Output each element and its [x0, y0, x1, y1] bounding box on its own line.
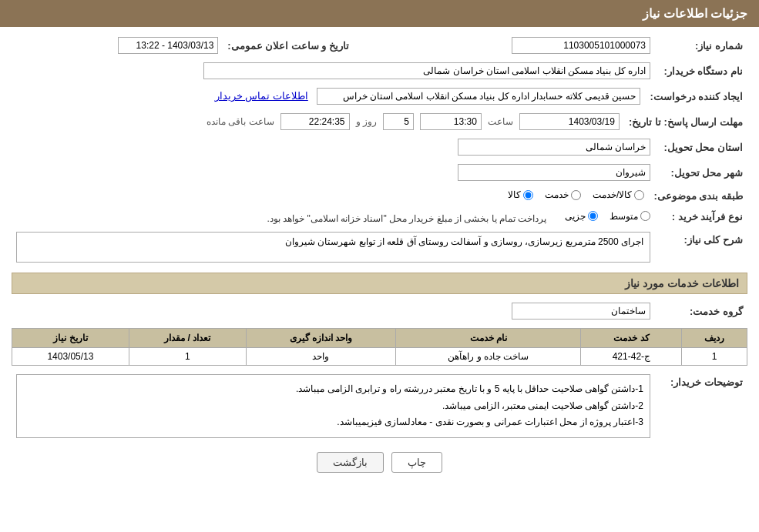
city-value [12, 162, 655, 183]
purchase-type-label-motavaset: متوسط [610, 211, 638, 222]
purchase-type-row: نوع فرآیند خرید : متوسط جزیی پرداخت تمام… [12, 209, 747, 226]
category-label: طبقه بندی موضوعی: [649, 187, 747, 205]
cell-unit: واحد [246, 348, 395, 366]
need-number-row: شماره نیاز: تاریخ و ساعت اعلان عمومی: [12, 35, 747, 56]
province-row: استان محل تحویل: [12, 136, 747, 158]
purchase-type-radio-motavaset[interactable] [640, 211, 650, 221]
col-service-code: کد خدمت [581, 329, 682, 348]
buttons-row: چاپ بازگشت [12, 452, 747, 473]
col-date: تاریخ نیاز [12, 329, 129, 348]
requester-row: ایجاد کننده درخواست: اطلاعات تماس خریدار [12, 85, 747, 107]
category-radio-khedmat[interactable] [571, 190, 581, 200]
buyer-org-label: نام دستگاه خریدار: [655, 60, 747, 82]
deadline-date-input[interactable] [519, 113, 620, 130]
service-group-row: گروه خدمت: [12, 300, 747, 322]
notes-box: 1-داشتن گواهی صلاحیت حداقل با پایه 5 و ب… [16, 374, 650, 438]
service-group-value [12, 300, 655, 322]
buyer-notes-label: توضیحات خریدار: [655, 372, 747, 440]
purchase-type-label-jozi: جزیی [565, 211, 586, 222]
cell-name: ساخت جاده و راهآهن [396, 348, 581, 366]
category-label-kala-khedmat: کالا/خدمت [593, 189, 632, 200]
deadline-time-input[interactable] [420, 113, 482, 130]
description-box: اجرای 2500 مترمربع زیرسازی، روسازی و آسف… [16, 232, 650, 263]
page-title: جزئیات اطلاعات نیاز [643, 7, 747, 20]
col-service-name: نام خدمت [396, 329, 581, 348]
city-row: شهر محل تحویل: [12, 162, 747, 183]
purchase-type-radio-jozi[interactable] [588, 211, 598, 221]
city-input[interactable] [458, 164, 650, 181]
cell-code: ج-42-421 [581, 348, 682, 366]
services-section-title: اطلاعات خدمات مورد نیاز [12, 273, 747, 294]
col-row-num: ردیف [682, 329, 747, 348]
need-number-label: شماره نیاز: [655, 35, 747, 56]
back-button[interactable]: بازگشت [317, 452, 384, 473]
buyer-org-value [12, 60, 655, 82]
col-unit: واحد اندازه گیری [246, 329, 395, 348]
category-options: کالا/خدمت خدمت کالا [12, 187, 649, 205]
requester-value: اطلاعات تماس خریدار [12, 85, 645, 107]
category-row: طبقه بندی موضوعی: کالا/خدمت خدمت [12, 187, 747, 205]
need-number-input[interactable] [512, 37, 650, 54]
deadline-label: مهلت ارسال پاسخ: تا تاریخ: [624, 111, 747, 132]
cell-date: 1403/05/13 [12, 348, 129, 366]
category-radio-kala-khedmat[interactable] [634, 190, 644, 200]
announcement-date-value [12, 35, 223, 56]
purchase-type-label: نوع فرآیند خرید : [655, 209, 747, 226]
buyer-notes-row: توضیحات خریدار: 1-داشتن گواهی صلاحیت حدا… [12, 372, 747, 440]
buyer-notes-value: 1-داشتن گواهی صلاحیت حداقل با پایه 5 و ب… [12, 372, 655, 440]
contact-link[interactable]: اطلاعات تماس خریدار [215, 90, 308, 102]
announcement-date-input[interactable] [118, 37, 218, 54]
cell-row: 1 [682, 348, 747, 366]
service-group-label: گروه خدمت: [655, 300, 747, 322]
days-label: روز و [356, 116, 377, 127]
service-group-input[interactable] [512, 303, 650, 320]
requester-label: ایجاد کننده درخواست: [645, 85, 747, 107]
deadline-days-input[interactable] [383, 113, 414, 130]
province-value [12, 136, 655, 158]
description-label: شرح کلی نیاز: [655, 229, 747, 265]
description-row: شرح کلی نیاز: اجرای 2500 مترمربع زیرسازی… [12, 229, 747, 265]
category-label-kala: کالا [508, 189, 521, 200]
services-table: ردیف کد خدمت نام خدمت واحد اندازه گیری ت… [12, 328, 747, 366]
announcement-date-label: تاریخ و ساعت اعلان عمومی: [223, 35, 354, 56]
page-header: جزئیات اطلاعات نیاز [0, 0, 759, 27]
main-content: شماره نیاز: تاریخ و ساعت اعلان عمومی: نا… [0, 27, 759, 492]
need-number-value [369, 35, 655, 56]
category-radio-kala[interactable] [523, 190, 533, 200]
col-quantity: تعداد / مقدار [129, 329, 246, 348]
deadline-row: مهلت ارسال پاسخ: تا تاریخ: ساعت روز و سا… [12, 111, 747, 132]
purchase-type-note: پرداخت تمام یا بخشی از مبلغ خریدار محل "… [267, 212, 547, 223]
deadline-remaining-input[interactable] [280, 113, 350, 130]
page-container: جزئیات اطلاعات نیاز شماره نیاز: تاریخ و … [0, 0, 759, 532]
cell-quantity: 1 [129, 348, 246, 366]
deadline-fields: ساعت روز و ساعت باقی مانده [12, 111, 624, 132]
category-label-khedmat: خدمت [545, 189, 569, 200]
province-label: استان محل تحویل: [655, 136, 747, 158]
remaining-label: ساعت باقی مانده [207, 116, 274, 127]
city-label: شهر محل تحویل: [655, 162, 747, 183]
table-row: 1ج-42-421ساخت جاده و راهآهنواحد11403/05/… [12, 348, 747, 366]
requester-input[interactable] [317, 88, 640, 105]
buyer-org-row: نام دستگاه خریدار: [12, 60, 747, 82]
province-input[interactable] [458, 139, 650, 156]
time-label: ساعت [488, 116, 513, 127]
print-button[interactable]: چاپ [391, 452, 442, 473]
buyer-org-input[interactable] [203, 62, 650, 79]
purchase-type-options: متوسط جزیی پرداخت تمام یا بخشی از مبلغ خ… [12, 209, 655, 226]
description-value: اجرای 2500 مترمربع زیرسازی، روسازی و آسف… [12, 229, 655, 265]
